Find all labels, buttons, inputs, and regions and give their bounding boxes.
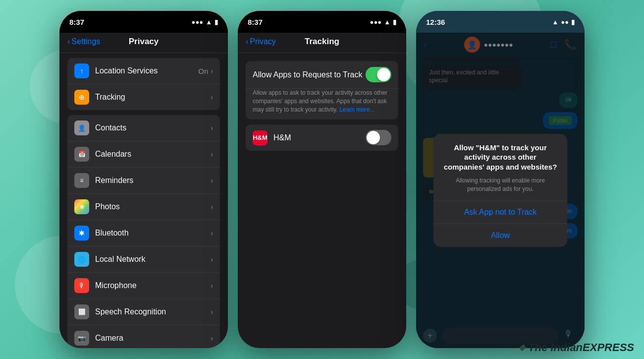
battery-icon-3: ▮ — [571, 18, 575, 26]
status-time-2: 8:37 — [248, 18, 263, 26]
phone-dialog: 12:36 ▲ ●● ▮ ‹ 👤 ●●●●●●● □ 📞 — [416, 11, 585, 348]
localnetwork-icon: 🌐 — [74, 252, 89, 267]
tracking-label: Tracking — [95, 93, 211, 102]
hm-app-icon: H&M — [253, 130, 268, 145]
settings-row-contacts[interactable]: 👤 Contacts › — [67, 115, 220, 141]
location-chevron: › — [211, 67, 213, 75]
tracking-toggle-switch[interactable] — [366, 67, 391, 82]
speech-icon: ⬜ — [74, 304, 89, 319]
photos-icon: ❋ — [74, 199, 89, 214]
reminders-label: Reminders — [95, 176, 211, 185]
contacts-icon: 👤 — [74, 120, 89, 135]
status-icons-3: ▲ ●● ▮ — [552, 18, 575, 26]
photos-chevron: › — [211, 203, 213, 211]
photos-label: Photos — [95, 202, 211, 211]
microphone-chevron: › — [211, 282, 213, 290]
location-value: On — [198, 67, 208, 75]
nav-title-tracking: Tracking — [305, 37, 339, 47]
learn-more-link[interactable]: Learn more... — [339, 106, 375, 113]
calendars-chevron: › — [211, 150, 213, 158]
tracking-app-row-hm[interactable]: H&M H&M — [246, 124, 398, 151]
back-button-privacy[interactable]: ‹ Settings — [67, 37, 100, 46]
battery-icon: ▮ — [215, 18, 218, 26]
wifi-icon: ▲ — [206, 18, 212, 26]
dialog-overlay: Allow "H&M" to track your activity acros… — [416, 33, 585, 348]
bluetooth-chevron: › — [211, 229, 213, 237]
phone-tracking: 8:37 ●●● ▲ ▮ ‹ Privacy Tracking Allow Ap… — [238, 11, 406, 348]
tracking-app-section: H&M H&M — [246, 124, 398, 151]
settings-row-calendars[interactable]: 📅 Calendars › — [67, 141, 220, 168]
phones-container: 8:37 ●●● ▲ ▮ ‹ Settings Privacy ↑ Locati… — [59, 11, 585, 348]
back-label-tracking: Privacy — [250, 37, 275, 46]
microphone-icon: 🎙 — [74, 278, 89, 293]
tracking-dialog: Allow "H&M" to track your activity acros… — [433, 134, 567, 247]
tracking-icon: ⊕ — [74, 90, 89, 105]
tracking-toggle-row: Allow Apps to Request to Track — [246, 61, 398, 88]
tracking-toggle-label: Allow Apps to Request to Track — [253, 70, 366, 79]
signal-icon: ●●● — [192, 18, 204, 26]
allow-button[interactable]: Allow — [433, 224, 567, 247]
calendars-icon: 📅 — [74, 147, 89, 162]
settings-row-camera[interactable]: 📷 Camera › — [67, 325, 220, 348]
microphone-label: Microphone — [95, 281, 211, 290]
nav-title-privacy: Privacy — [129, 37, 159, 47]
tracking-toggle-section: Allow Apps to Request to Track Allow app… — [246, 61, 398, 120]
cellular-icon-3: ●● — [561, 18, 569, 26]
settings-row-photos[interactable]: ❋ Photos › — [67, 194, 220, 220]
localnetwork-chevron: › — [211, 255, 213, 263]
settings-section-top: ↑ Location Services On › ⊕ Tracking › — [67, 58, 220, 110]
status-icons-2: ●●● ▲ ▮ — [370, 18, 396, 26]
tracking-chevron: › — [211, 93, 213, 101]
localnetwork-label: Local Network — [95, 255, 211, 264]
hm-toggle-switch[interactable] — [366, 130, 391, 145]
reminders-chevron: › — [211, 177, 213, 184]
bluetooth-label: Bluetooth — [95, 229, 211, 238]
status-time-1: 8:37 — [69, 18, 84, 26]
settings-row-localnetwork[interactable]: 🌐 Local Network › — [67, 246, 220, 273]
camera-icon: 📷 — [74, 331, 89, 346]
tracking-description: Allow apps to ask to track your activity… — [246, 88, 398, 120]
settings-row-tracking[interactable]: ⊕ Tracking › — [67, 84, 220, 110]
calendars-label: Calendars — [95, 150, 211, 159]
signal-icon-2: ●●● — [370, 18, 382, 26]
settings-row-microphone[interactable]: 🎙 Microphone › — [67, 273, 220, 299]
nav-bar-privacy: ‹ Settings Privacy — [59, 33, 228, 53]
back-chevron-icon: ‹ — [67, 37, 70, 46]
status-bar-1: 8:37 ●●● ▲ ▮ — [59, 11, 228, 33]
dialog-message: Allowing tracking will enable more perso… — [433, 174, 567, 201]
watermark: ❖ The IndianEXPRESS — [518, 341, 634, 354]
bluetooth-icon: ✱ — [74, 226, 89, 240]
status-time-3: 12:36 — [426, 18, 445, 26]
settings-row-bluetooth[interactable]: ✱ Bluetooth › — [67, 220, 220, 246]
watermark-prefix: The Indian — [528, 341, 583, 354]
settings-row-reminders[interactable]: ≡ Reminders › — [67, 168, 220, 194]
watermark-brand: EXPRESS — [583, 341, 634, 354]
back-button-tracking[interactable]: ‹ Privacy — [246, 37, 276, 46]
status-bar-2: 8:37 ●●● ▲ ▮ — [238, 11, 406, 33]
speech-label: Speech Recognition — [95, 307, 211, 316]
dialog-title: Allow "H&M" to track your activity acros… — [433, 134, 567, 175]
tracking-content: Allow Apps to Request to Track Allow app… — [238, 53, 406, 159]
toggle-thumb — [377, 68, 390, 81]
battery-icon-2: ▮ — [393, 18, 396, 26]
ask-not-to-track-button[interactable]: Ask App not to Track — [433, 201, 567, 224]
back-chevron-tracking: ‹ — [246, 37, 248, 46]
nav-bar-tracking: ‹ Privacy Tracking — [238, 33, 406, 53]
wifi-icon-2: ▲ — [384, 18, 390, 26]
contacts-chevron: › — [211, 124, 213, 132]
contacts-label: Contacts — [95, 123, 211, 132]
wifi-icon-3: ▲ — [552, 18, 558, 26]
hm-app-label: H&M — [273, 133, 366, 142]
settings-row-speech[interactable]: ⬜ Speech Recognition › — [67, 299, 220, 325]
chat-background: I'm not using the last lunches here... d… — [416, 33, 585, 348]
camera-chevron: › — [211, 334, 213, 342]
status-icons-1: ●●● ▲ ▮ — [192, 18, 218, 26]
settings-row-location[interactable]: ↑ Location Services On › — [67, 58, 220, 84]
speech-chevron: › — [211, 308, 213, 316]
location-label: Location Services — [95, 66, 198, 75]
hm-toggle-thumb — [367, 131, 380, 144]
location-icon: ↑ — [74, 63, 89, 78]
back-label-privacy: Settings — [71, 37, 100, 46]
phone-privacy: 8:37 ●●● ▲ ▮ ‹ Settings Privacy ↑ Locati… — [59, 11, 228, 348]
status-bar-3: 12:36 ▲ ●● ▮ — [416, 11, 585, 33]
